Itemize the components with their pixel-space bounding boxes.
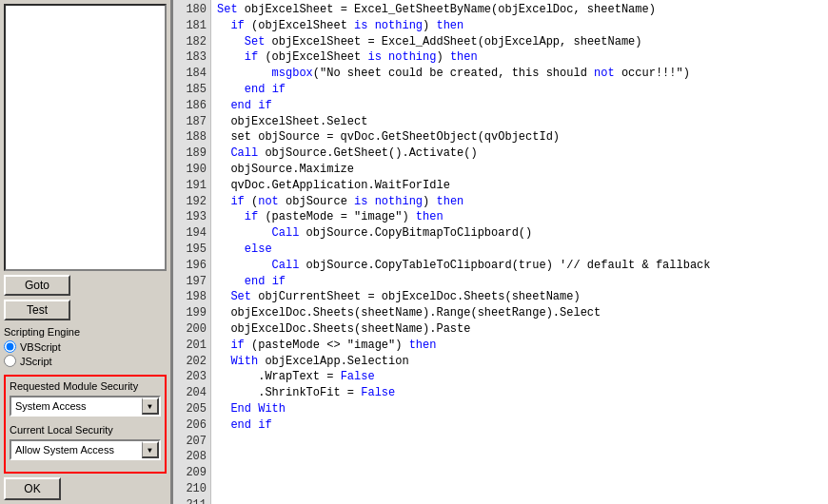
code-line: else	[217, 242, 822, 258]
code-line: .ShrinkToFit = False	[217, 385, 822, 401]
vbscript-label: VBScript	[20, 341, 61, 353]
code-line: end if	[217, 82, 822, 98]
line-number: 194	[177, 225, 207, 242]
code-line: if (pasteMode = "image") then	[217, 209, 822, 225]
code-line: if (not objSource is nothing) then	[217, 194, 822, 210]
line-number: 199	[177, 305, 207, 321]
line-number: 190	[177, 162, 207, 178]
line-number: 197	[177, 274, 207, 290]
line-number: 204	[177, 385, 207, 401]
line-number: 185	[177, 82, 207, 98]
line-number: 189	[177, 145, 207, 162]
allow-system-access-value: Allow System Access	[11, 442, 142, 457]
requested-security-label: Requested Module Security	[10, 380, 161, 392]
line-number: 187	[177, 114, 207, 130]
code-line: if (pasteMode <> "image") then	[217, 338, 822, 354]
code-line: end if	[217, 274, 822, 290]
code-line: Set objExcelSheet = Excel_GetSheetByName…	[217, 2, 822, 18]
line-number: 182	[177, 34, 207, 50]
object-tree	[4, 4, 167, 271]
line-number: 205	[177, 401, 207, 417]
ok-button[interactable]: OK	[4, 477, 61, 500]
line-number: 181	[177, 18, 207, 34]
system-access-value: System Access	[11, 398, 142, 414]
line-number: 207	[177, 434, 207, 450]
code-line: qvDoc.GetApplication.WaitForIdle	[217, 178, 822, 194]
test-button[interactable]: Test	[4, 300, 70, 320]
security-box: Requested Module Security System Access …	[4, 375, 167, 474]
code-line: end if	[217, 98, 822, 114]
line-number: 210	[177, 481, 207, 497]
line-number: 201	[177, 338, 207, 354]
code-line: .WrapText = False	[217, 369, 822, 385]
scripting-engine-section: Scripting Engine VBScript JScript	[4, 326, 167, 369]
allow-system-access-arrow[interactable]: ▼	[142, 441, 159, 458]
line-number: 203	[177, 369, 207, 385]
allow-system-access-dropdown[interactable]: Allow System Access ▼	[10, 439, 161, 460]
code-line: Set objExcelSheet = Excel_AddSheet(objEx…	[217, 34, 822, 50]
line-number: 195	[177, 242, 207, 258]
jscript-radio-row: JScript	[4, 355, 167, 367]
jscript-label: JScript	[20, 356, 52, 367]
goto-button[interactable]: Goto	[4, 275, 70, 296]
code-line: objExcelDoc.Sheets(sheetName).Range(shee…	[217, 305, 822, 321]
code-line: msgbox("No sheet could be created, this …	[217, 66, 822, 82]
line-number: 188	[177, 129, 207, 145]
code-line: Set objCurrentSheet = objExcelDoc.Sheets…	[217, 289, 822, 305]
system-access-dropdown[interactable]: System Access ▼	[10, 396, 161, 417]
line-number: 184	[177, 66, 207, 82]
vbscript-radio-row: VBScript	[4, 340, 167, 353]
current-local-security-label: Current Local Security	[10, 424, 161, 436]
system-access-arrow[interactable]: ▼	[142, 397, 159, 415]
jscript-radio[interactable]	[4, 355, 16, 367]
button-row: Goto Test	[4, 275, 167, 320]
code-line: if (objExcelSheet is nothing) then	[217, 18, 822, 34]
code-line: set objSource = qvDoc.GetSheetObject(qvO…	[217, 129, 822, 145]
line-number: 180	[177, 2, 207, 18]
line-number: 186	[177, 98, 207, 114]
line-number: 209	[177, 465, 207, 481]
code-line: if (objExcelSheet is nothing) then	[217, 49, 822, 66]
line-number: 196	[177, 258, 207, 274]
code-line: end if	[217, 417, 822, 434]
line-numbers: 1801811821831841851861871881891901911921…	[173, 0, 211, 504]
code-line: Call objSource.CopyTableToClipboard(true…	[217, 258, 822, 274]
code-content[interactable]: Set objExcelSheet = Excel_GetSheetByName…	[211, 0, 828, 504]
code-line: objExcelSheet.Select	[217, 114, 822, 130]
code-line: With objExcelApp.Selection	[217, 354, 822, 370]
line-number: 211	[177, 497, 207, 504]
vbscript-radio[interactable]	[4, 340, 16, 353]
left-panel: Goto Test Scripting Engine VBScript JScr…	[0, 0, 171, 504]
line-number: 193	[177, 209, 207, 225]
line-number: 198	[177, 289, 207, 305]
scripting-engine-label: Scripting Engine	[4, 326, 167, 338]
code-line: objExcelDoc.Sheets(sheetName).Paste	[217, 321, 822, 338]
line-number: 183	[177, 49, 207, 66]
code-line: Call objSource.CopyBitmapToClipboard()	[217, 225, 822, 242]
line-number: 208	[177, 449, 207, 465]
code-area[interactable]: 1801811821831841851861871881891901911921…	[173, 0, 828, 504]
code-line: objSource.Maximize	[217, 162, 822, 178]
code-panel: 1801811821831841851861871881891901911921…	[171, 0, 828, 504]
line-number: 206	[177, 417, 207, 434]
code-line: End With	[217, 401, 822, 417]
code-line: Call objSource.GetSheet().Activate()	[217, 145, 822, 162]
line-number: 191	[177, 178, 207, 194]
line-number: 192	[177, 194, 207, 210]
line-number: 202	[177, 354, 207, 370]
line-number: 200	[177, 321, 207, 338]
